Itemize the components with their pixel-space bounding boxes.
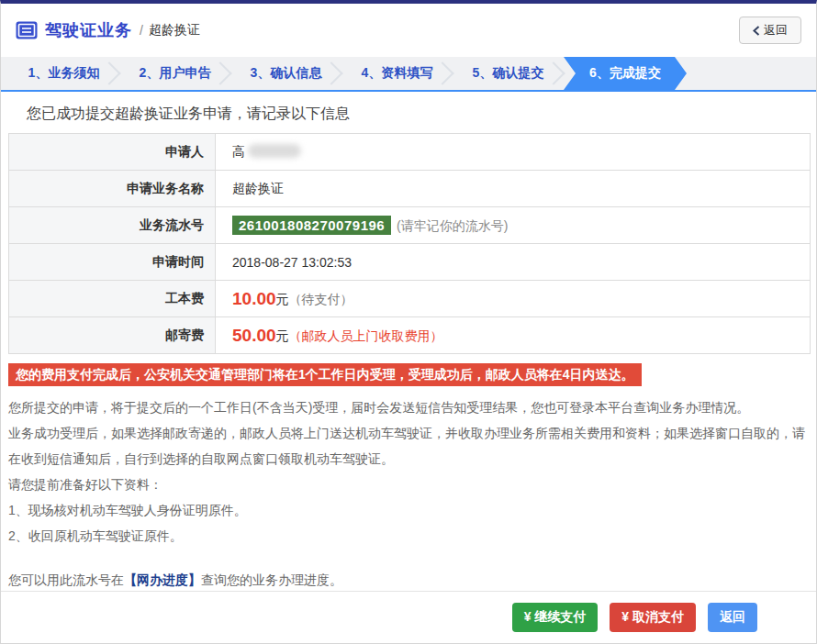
header-back-button[interactable]: 返回 <box>739 17 801 44</box>
paragraph: 2、收回原机动车驾驶证原件。 <box>8 523 809 549</box>
paragraph: 您所提交的申请，将于提交后的一个工作日(不含当天)受理，届时会发送短信告知受理结… <box>8 394 809 420</box>
row-value: 50.00元（邮政人员上门收取费用） <box>216 317 811 354</box>
paragraph: 请您提前准备好以下资料： <box>8 472 809 497</box>
table-row-production-fee: 工本费 10.00元（待支付） <box>9 281 811 317</box>
step-2-user-declaration[interactable]: 2、用户申告 <box>119 57 230 90</box>
row-value: 超龄换证 <box>216 171 811 207</box>
step-5-confirm-submit[interactable]: 5、确认提交 <box>453 57 564 90</box>
row-label: 申请时间 <box>9 244 216 281</box>
step-navigation: 1、业务须知 2、用户申告 3、确认信息 4、资料填写 5、确认提交 6、完成提… <box>1 57 816 92</box>
row-label: 工本费 <box>9 281 216 317</box>
fee-note: （待支付） <box>289 292 353 306</box>
breadcrumb-current: 超龄换证 <box>149 22 200 39</box>
description-paragraphs: 您所提交的申请，将于提交后的一个工作日(不含当天)受理，届时会发送短信告知受理结… <box>8 394 809 549</box>
row-label: 申请业务名称 <box>9 171 216 207</box>
serial-number-badge: 261001808270079196 <box>232 216 391 235</box>
row-value: 高 <box>216 134 811 171</box>
paragraph: 业务成功受理后，如果选择邮政寄递的，邮政人员将上门送达机动车驾驶证，并收取办理业… <box>8 420 809 472</box>
fee-amount: 50.00 <box>232 326 276 345</box>
fee-amount: 10.00 <box>232 289 276 308</box>
step-3-confirm-info[interactable]: 3、确认信息 <box>230 57 341 90</box>
row-value: 2018-08-27 13:02:53 <box>216 244 811 281</box>
currency-icon: ¥ <box>524 609 532 624</box>
paragraph: 1、现场核对机动车驾驶人身份证明原件。 <box>8 497 809 523</box>
progress-page-link[interactable]: 【网办进度】 <box>124 572 201 587</box>
redacted-name <box>248 144 301 158</box>
breadcrumb-separator: / <box>140 23 143 38</box>
table-row-applicant: 申请人 高 <box>9 134 811 171</box>
serial-number-note: (请牢记你的流水号) <box>397 218 508 233</box>
table-row-postage-fee: 邮寄费 50.00元（邮政人员上门收取费用） <box>9 317 811 354</box>
continue-payment-button[interactable]: ¥ 继续支付 <box>512 603 599 632</box>
row-value: 261001808270079196 (请牢记你的流水号) <box>216 207 811 244</box>
step-6-complete-submit[interactable]: 6、完成提交 <box>564 57 687 90</box>
chevron-left-icon <box>753 26 760 36</box>
license-card-icon <box>16 21 38 39</box>
header-back-label: 返回 <box>764 22 788 39</box>
cancel-payment-button[interactable]: ¥ 取消支付 <box>610 603 696 632</box>
payment-notice-banner: 您的费用支付完成后，公安机关交通管理部门将在1个工作日内受理，受理成功后，邮政人… <box>8 363 642 386</box>
page-title: 驾驶证业务 <box>45 19 132 41</box>
step-1-business-notice[interactable]: 1、业务须知 <box>8 57 119 90</box>
row-label: 申请人 <box>9 134 216 171</box>
application-info-table: 申请人 高 申请业务名称 超龄换证 业务流水号 2610018082700791… <box>8 133 811 354</box>
currency-icon: ¥ <box>621 609 629 624</box>
header: 驾驶证业务 / 超龄换证 返回 <box>1 4 816 57</box>
success-message: 您已成功提交超龄换证业务申请，请记录以下信息 <box>27 105 816 124</box>
row-label: 邮寄费 <box>9 317 216 354</box>
row-value: 10.00元（待支付） <box>216 281 811 317</box>
table-row-serial-number: 业务流水号 261001808270079196 (请牢记你的流水号) <box>9 207 811 244</box>
row-label: 业务流水号 <box>9 207 216 244</box>
step-4-fill-materials[interactable]: 4、资料填写 <box>341 57 453 90</box>
progress-note: 您可以用此流水号在【网办进度】查询您的业务办理进度。 <box>8 567 809 593</box>
fee-note: （邮政人员上门收取费用） <box>289 328 443 343</box>
footer-actions: ¥ 继续支付 ¥ 取消支付 返回 <box>1 591 816 643</box>
table-row-apply-time: 申请时间 2018-08-27 13:02:53 <box>9 244 811 281</box>
footer-back-button[interactable]: 返回 <box>708 603 757 632</box>
page: 驾驶证业务 / 超龄换证 返回 1、业务须知 2、用户申告 3、确认信息 4、资… <box>0 0 817 644</box>
table-row-business-name: 申请业务名称 超龄换证 <box>9 171 811 207</box>
notice-banner-wrap: 您的费用支付完成后，公安机关交通管理部门将在1个工作日内受理，受理成功后，邮政人… <box>8 363 809 386</box>
